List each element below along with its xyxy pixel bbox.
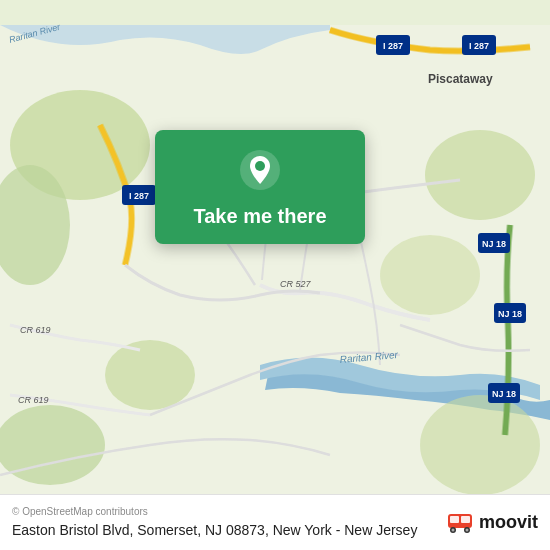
svg-text:CR 619: CR 619 [18, 395, 49, 405]
map-background: I 287 I 287 I 287 NJ 18 NJ 18 NJ 18 CR 5… [0, 0, 550, 550]
location-pin-icon [238, 148, 282, 192]
svg-rect-29 [450, 516, 459, 523]
svg-text:NJ 18: NJ 18 [498, 309, 522, 319]
svg-rect-30 [461, 516, 470, 523]
osm-credit: © OpenStreetMap contributors [12, 506, 435, 517]
svg-point-3 [425, 130, 535, 220]
map-container: I 287 I 287 I 287 NJ 18 NJ 18 NJ 18 CR 5… [0, 0, 550, 550]
address-text: Easton Bristol Blvd, Somerset, NJ 08873,… [12, 521, 435, 539]
svg-text:CR 619: CR 619 [20, 325, 51, 335]
action-card: Take me there [155, 130, 365, 244]
bottom-left: © OpenStreetMap contributors Easton Bris… [12, 506, 435, 539]
svg-text:NJ 18: NJ 18 [482, 239, 506, 249]
svg-text:NJ 18: NJ 18 [492, 389, 516, 399]
svg-point-27 [255, 161, 265, 171]
svg-point-6 [0, 405, 105, 485]
svg-text:I 287: I 287 [383, 41, 403, 51]
moovit-bus-icon [447, 512, 475, 534]
svg-point-5 [105, 340, 195, 410]
svg-text:Piscataway: Piscataway [428, 72, 493, 86]
svg-point-7 [420, 395, 540, 495]
svg-point-34 [465, 528, 468, 531]
svg-text:I 287: I 287 [129, 191, 149, 201]
take-me-there-button[interactable]: Take me there [193, 204, 326, 228]
moovit-text: moovit [479, 512, 538, 533]
svg-point-32 [451, 528, 454, 531]
moovit-logo: moovit [447, 512, 538, 534]
svg-text:I 287: I 287 [469, 41, 489, 51]
svg-point-4 [380, 235, 480, 315]
bottom-bar: © OpenStreetMap contributors Easton Bris… [0, 494, 550, 550]
svg-text:CR 527: CR 527 [280, 279, 312, 289]
